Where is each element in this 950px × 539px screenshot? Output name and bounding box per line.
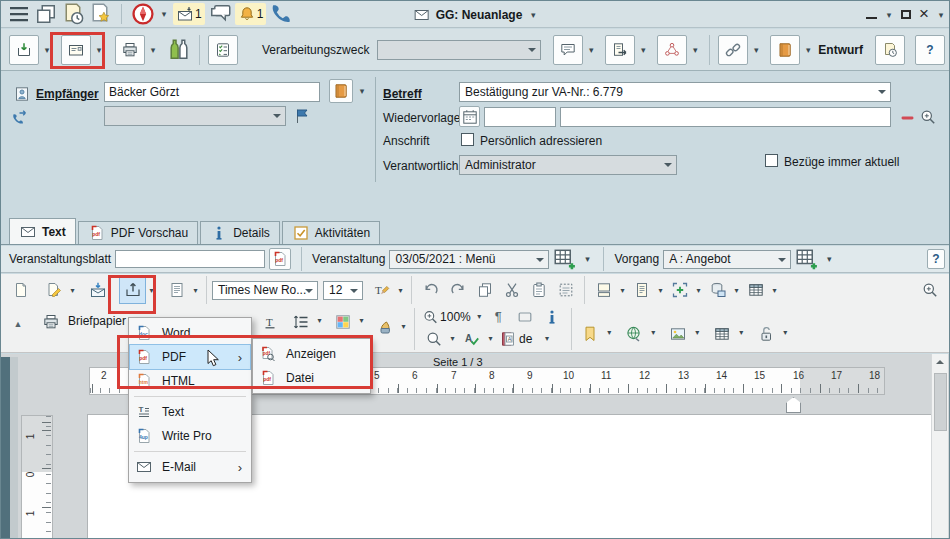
empfaenger-label[interactable]: Empfänger	[36, 87, 99, 101]
bookmark-dropdown[interactable]	[604, 320, 615, 345]
transfer-dropdown[interactable]	[637, 36, 649, 64]
hamburger-icon[interactable]	[7, 2, 31, 26]
line-spacing-button[interactable]	[287, 308, 314, 335]
workflow-button[interactable]	[657, 35, 687, 65]
magnify-button[interactable]	[916, 277, 943, 304]
comment-dropdown[interactable]	[585, 36, 597, 64]
hyperlink-button[interactable]	[621, 320, 648, 347]
dictionary-dropdown[interactable]	[541, 328, 552, 349]
veranstaltungsblatt-input[interactable]	[115, 250, 265, 268]
tab-details[interactable]: Details	[200, 221, 280, 244]
add-veranstaltung-button[interactable]	[553, 247, 577, 271]
wiedervorlage-date-input[interactable]	[484, 107, 556, 127]
veranstaltung-select[interactable]: 03/05/2021 : Menü	[389, 250, 549, 269]
phone-out-icon[interactable]	[10, 109, 28, 127]
import-button[interactable]	[84, 277, 111, 304]
font-size-select[interactable]: 12	[323, 281, 363, 300]
font-family-select[interactable]: Times New Ro...	[212, 281, 318, 300]
save-record-button[interactable]	[9, 35, 39, 65]
betreff-label[interactable]: Betreff	[383, 87, 422, 101]
chat-icon[interactable]	[208, 2, 232, 26]
page-layout-button[interactable]	[590, 277, 617, 304]
menu-item-word[interactable]: docWord	[130, 321, 250, 345]
scrollbar-up-button[interactable]	[932, 354, 948, 370]
empfaenger-phone-select[interactable]	[104, 106, 286, 126]
document-pages-dropdown[interactable]	[190, 278, 201, 303]
tab-pdf-vorschau[interactable]: pdfPDF Vorschau	[78, 221, 198, 244]
frame-borders-button[interactable]	[512, 305, 539, 328]
zoom-field-icon[interactable]	[919, 108, 937, 126]
checklist-button[interactable]	[208, 35, 238, 65]
color-palette-button[interactable]	[329, 308, 356, 335]
document-pages-button[interactable]	[163, 277, 190, 304]
help-button[interactable]: ?	[915, 35, 945, 65]
link-dropdown[interactable]	[750, 36, 762, 64]
recent-doc-icon[interactable]	[61, 2, 85, 26]
cut-button[interactable]	[498, 277, 525, 304]
add-veranstaltung-dropdown[interactable]	[581, 248, 593, 270]
empfaenger-book-dropdown[interactable]	[356, 79, 368, 103]
hyperlink-dropdown[interactable]	[648, 320, 659, 345]
navigate-dropdown[interactable]	[158, 0, 170, 28]
export-button[interactable]	[119, 277, 146, 304]
menu-item-html[interactable]: htmHTML	[130, 369, 250, 393]
brush-dropdown[interactable]	[398, 314, 409, 339]
export-dropdown[interactable]	[146, 278, 157, 303]
navigate-icon[interactable]	[131, 2, 155, 26]
remove-icon[interactable]	[899, 109, 917, 127]
minimize-dropdown[interactable]	[885, 5, 893, 25]
insert-image-button[interactable]	[665, 320, 692, 347]
text-block-dropdown[interactable]	[655, 278, 666, 303]
verarbeitungszweck-select[interactable]	[377, 40, 541, 60]
copy-button[interactable]	[471, 277, 498, 304]
select-all-button[interactable]	[552, 277, 579, 304]
table-tools-button[interactable]	[709, 320, 736, 347]
dictionary-button[interactable]: A de	[496, 327, 535, 350]
vorgang-select[interactable]: A : Angebot	[663, 250, 791, 269]
menu-item-datei[interactable]: pdfDatei	[254, 366, 369, 390]
insert-table-dropdown[interactable]	[769, 278, 780, 303]
tab-aktivitäten[interactable]: Aktivitäten	[282, 221, 380, 244]
empfaenger-book-button[interactable]	[329, 79, 353, 103]
insert-frame-button[interactable]	[666, 277, 693, 304]
color-palette-dropdown[interactable]	[356, 308, 367, 333]
history-button[interactable]	[875, 35, 905, 65]
title-dropdown[interactable]	[527, 5, 539, 25]
insert-frame-dropdown[interactable]	[693, 278, 704, 303]
search-button[interactable]	[420, 327, 447, 350]
panel-edge[interactable]	[1, 357, 10, 539]
spellcheck-dropdown[interactable]	[485, 328, 496, 349]
address-book-dropdown[interactable]	[802, 36, 814, 64]
empfaenger-input[interactable]	[104, 82, 320, 102]
data-field-button[interactable]	[704, 277, 731, 304]
close-dropdown[interactable]	[937, 5, 945, 25]
brush-button[interactable]	[371, 314, 398, 341]
verantwortlich-select[interactable]: Administrator	[459, 155, 677, 175]
info-button[interactable]	[539, 305, 566, 328]
bezuege-checkbox[interactable]	[765, 154, 778, 167]
line-spacing-dropdown[interactable]	[314, 308, 325, 333]
letter-button[interactable]	[61, 35, 91, 65]
address-book-button[interactable]	[770, 35, 800, 65]
paste-button[interactable]	[525, 277, 552, 304]
menu-item-pdf[interactable]: pdfPDF	[130, 345, 250, 369]
restore-button[interactable]	[901, 10, 911, 19]
underline-button[interactable]: T	[256, 308, 283, 335]
edit-template-dropdown[interactable]	[67, 278, 78, 303]
save-record-dropdown[interactable]	[41, 36, 53, 64]
insert-image-dropdown[interactable]	[692, 320, 703, 345]
page-layout-dropdown[interactable]	[617, 278, 628, 303]
wiedervorlage-note-input[interactable]	[560, 107, 891, 127]
wiedervorlage-calendar-button[interactable]	[459, 106, 480, 127]
menu-item-write-pro[interactable]: 4upWrite Pro	[130, 424, 250, 448]
briefpapier-button[interactable]	[37, 308, 64, 335]
data-field-dropdown[interactable]	[731, 278, 742, 303]
protection-button[interactable]	[753, 320, 780, 347]
menu-item-text[interactable]: TText	[130, 400, 250, 424]
print-button[interactable]	[115, 35, 145, 65]
comment-button[interactable]	[553, 35, 583, 65]
mail-notification[interactable]: 1	[173, 3, 205, 25]
add-vorgang-dropdown[interactable]	[823, 248, 835, 270]
protection-dropdown[interactable]	[780, 320, 791, 345]
favorite-doc-icon[interactable]	[88, 2, 112, 26]
